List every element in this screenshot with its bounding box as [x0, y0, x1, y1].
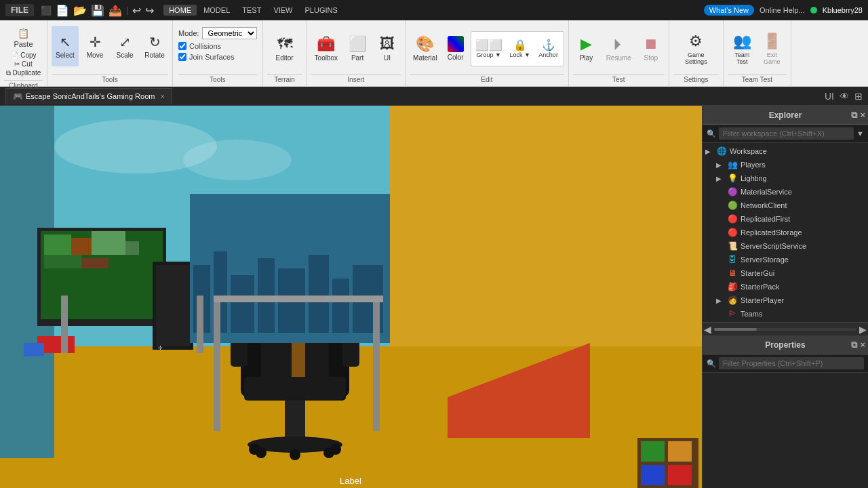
replicatedfirst-label: ReplicatedFirst: [741, 215, 790, 223]
startergui-icon: 🖥: [727, 268, 738, 279]
tree-item-starterpack[interactable]: ▶ 🎒 StarterPack: [703, 280, 868, 293]
select-button[interactable]: ↖ Select: [52, 26, 79, 66]
play-button[interactable]: ▶ Play: [573, 28, 600, 69]
tools2-label: Tools: [178, 74, 257, 83]
roblox-logo: ⬛: [41, 5, 52, 16]
layout-icon[interactable]: ⊞: [854, 91, 863, 102]
cut-button[interactable]: ✂ Cut: [14, 60, 32, 68]
file-menu[interactable]: FILE: [5, 4, 34, 16]
properties-close-icon[interactable]: ×: [860, 340, 865, 350]
workspace-expand-arrow[interactable]: ▶: [705, 148, 716, 155]
tools-label: Tools: [52, 74, 168, 83]
serverstorage-expand-arrow: ▶: [716, 256, 727, 264]
tree-item-serverscriptservice[interactable]: ▶ 📜 ServerScriptService: [703, 239, 868, 253]
networkclient-icon: 🟢: [727, 200, 738, 211]
game-settings-button[interactable]: ⚙ GameSettings: [682, 28, 711, 69]
collisions-label: Collisions: [189, 42, 221, 50]
tree-item-materialservice[interactable]: ▶ 🟣 MaterialService: [703, 185, 868, 199]
ui-toggle-button[interactable]: UI: [825, 91, 834, 102]
editor-button[interactable]: 🗺 Editor: [271, 28, 298, 69]
duplicate-button[interactable]: ⧉ Duplicate: [6, 69, 41, 77]
move-button[interactable]: ✛ Move: [81, 26, 108, 66]
tree-item-serverstorage[interactable]: ▶ 🗄 ServerStorage: [703, 253, 868, 266]
mode-select[interactable]: Geometric: [202, 27, 257, 39]
teams-label: Teams: [741, 310, 762, 318]
nav-test[interactable]: TEST: [237, 5, 267, 16]
scroll-right-arrow[interactable]: ▶: [859, 324, 867, 335]
serverscriptservice-label: ServerScriptService: [741, 242, 806, 250]
nav-view[interactable]: VIEW: [268, 5, 298, 16]
explorer-close-icon[interactable]: ×: [860, 110, 865, 121]
players-icon: 👥: [727, 159, 738, 170]
open-file-icon[interactable]: 📂: [73, 4, 87, 17]
starterpack-icon: 🎒: [727, 281, 738, 292]
paste-button[interactable]: 📋 Paste: [6, 26, 40, 50]
toolbox-button[interactable]: 🧰 Toolbox: [311, 28, 341, 69]
eye-icon[interactable]: 👁: [840, 91, 849, 102]
color-button[interactable]: Color: [442, 28, 469, 69]
join-surfaces-label: Join Surfaces: [189, 53, 235, 61]
tree-item-replicatedstorage[interactable]: ▶ 🔴 ReplicatedStorage: [703, 226, 868, 239]
svg-rect-19: [156, 265, 190, 346]
scroll-left-arrow[interactable]: ◀: [704, 324, 711, 335]
lighting-expand-arrow[interactable]: ▶: [716, 175, 727, 182]
players-expand-arrow[interactable]: ▶: [716, 161, 727, 169]
nav-home[interactable]: HOME: [163, 5, 197, 16]
tree-item-teams[interactable]: ▶ 🏳 Teams: [703, 307, 868, 321]
right-panels: Explorer ⧉ × 🔍 ▼ ▶ 🌐 Workspace: [702, 106, 868, 488]
online-help-link[interactable]: Online Help...: [760, 6, 805, 14]
stop-button[interactable]: ⏹ Stop: [637, 28, 665, 69]
filter-dropdown-icon[interactable]: ▼: [856, 129, 864, 138]
save-icon[interactable]: 💾: [91, 4, 104, 17]
tab-icon: 🎮: [13, 92, 23, 101]
tree-item-lighting[interactable]: ▶ 💡 Lighting: [703, 171, 868, 185]
explorer-undock-icon[interactable]: ⧉: [851, 110, 857, 121]
whats-new-button[interactable]: What's New: [704, 5, 754, 16]
group-button[interactable]: ⬜⬜ Group ▼: [473, 37, 505, 60]
anchor-button[interactable]: ⚓ Anchor: [535, 37, 562, 60]
undo-icon[interactable]: ↩: [132, 4, 141, 17]
tree-item-players[interactable]: ▶ 👥 Players: [703, 158, 868, 171]
rotate-button[interactable]: ↻ Rotate: [141, 26, 168, 66]
tabbar: 🎮 Escape SonicAndTails's Gaming Room × U…: [0, 87, 868, 106]
tab-right-controls: UI 👁 ⊞: [825, 91, 868, 102]
properties-title: Properties: [765, 340, 805, 350]
tab-close-button[interactable]: ×: [160, 92, 164, 100]
starterplayer-expand-arrow[interactable]: ▶: [716, 297, 727, 304]
collisions-checkbox[interactable]: [178, 42, 186, 50]
publish-icon[interactable]: 📤: [108, 4, 122, 17]
exit-game-icon: 🚪: [763, 33, 781, 50]
tree-item-starterplayer[interactable]: ▶ 🧑 StarterPlayer: [703, 293, 868, 307]
tree-item-replicatedfirst[interactable]: ▶ 🔴 ReplicatedFirst: [703, 212, 868, 226]
tools-section-1: ↖ Select ✛ Move ⤢ Scale ↻ Rotate Tools: [47, 20, 173, 86]
svg-rect-13: [125, 241, 139, 255]
materialservice-icon: 🟣: [727, 186, 738, 197]
active-tab[interactable]: 🎮 Escape SonicAndTails's Gaming Room ×: [5, 88, 172, 104]
join-surfaces-checkbox[interactable]: [178, 53, 186, 61]
redo-icon[interactable]: ↪: [145, 4, 154, 17]
exit-game-button[interactable]: 🚪 ExitGame: [758, 28, 785, 69]
networkclient-expand-arrow: ▶: [716, 202, 727, 209]
tree-item-startergui[interactable]: ▶ 🖥 StarterGui: [703, 266, 868, 280]
viewport[interactable]: ✢: [0, 106, 702, 488]
nav-model[interactable]: MODEL: [198, 5, 235, 16]
edit-label: Edit: [410, 74, 564, 83]
tree-item-workspace[interactable]: ▶ 🌐 Workspace: [703, 144, 868, 158]
workspace-icon: 🌐: [716, 146, 727, 157]
scale-button[interactable]: ⤢ Scale: [111, 26, 138, 66]
tree-item-networkclient[interactable]: ▶ 🟢 NetworkClient: [703, 199, 868, 212]
username-label: Kbluebrry28: [823, 6, 863, 14]
lock-button[interactable]: 🔒 Lock ▼: [507, 37, 534, 60]
new-file-icon[interactable]: 📄: [56, 4, 69, 17]
resume-button[interactable]: ⏵ Resume: [603, 28, 635, 69]
material-button[interactable]: 🎨 Material: [410, 28, 441, 69]
nav-plugins[interactable]: PLUGINS: [300, 5, 343, 16]
properties-undock-icon[interactable]: ⧉: [851, 340, 857, 350]
team-test-button[interactable]: 👥 TeamTest: [728, 28, 755, 69]
properties-search-input[interactable]: [719, 357, 864, 369]
copy-button[interactable]: 📄 Copy: [10, 52, 36, 59]
part-button[interactable]: ⬜ Part: [344, 28, 371, 69]
lock-icon: 🔒: [513, 39, 527, 52]
ui-button[interactable]: 🖼 UI: [374, 28, 401, 69]
explorer-search-input[interactable]: [719, 127, 854, 140]
